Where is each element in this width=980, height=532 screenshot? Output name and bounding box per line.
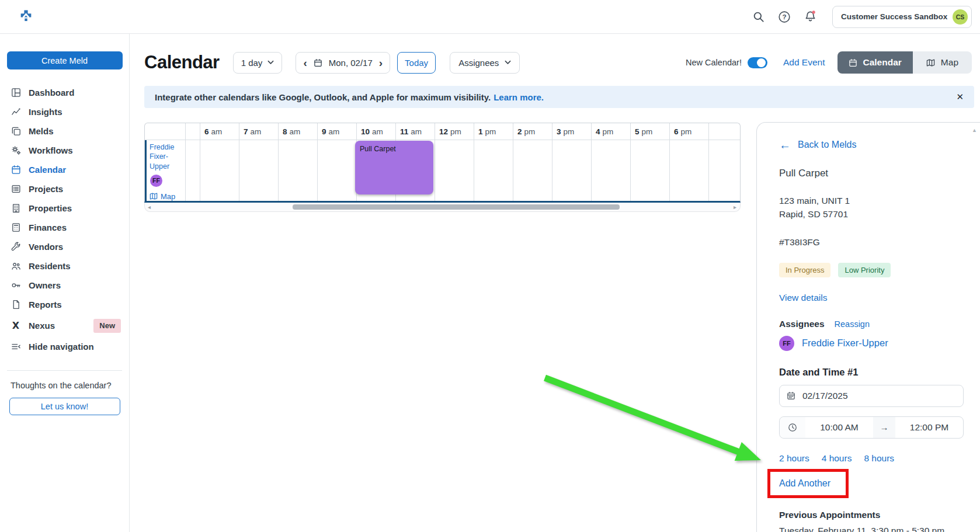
assignee-name-link[interactable]: Freddie Fixer-Upper — [802, 338, 888, 349]
hour-header-cell: 8am — [278, 123, 317, 140]
datetime-heading: Date and Time #1 — [779, 367, 964, 378]
topbar-actions: ? Customer Success Sandbox CS — [752, 6, 972, 28]
sidebar-item-label: Finances — [29, 222, 67, 233]
scroll-right-arrow-icon[interactable]: ▸ — [734, 203, 736, 211]
svg-text:?: ? — [782, 13, 786, 20]
sidebar-item-melds[interactable]: Melds — [0, 121, 129, 141]
next-day-button[interactable]: › — [379, 57, 383, 68]
chevron-down-icon — [267, 60, 274, 65]
sidebar-item-calendar[interactable]: Calendar — [0, 160, 129, 179]
sidebar-item-owners[interactable]: Owners — [0, 276, 129, 295]
time-slot-cell[interactable] — [552, 140, 591, 201]
scroll-left-arrow-icon[interactable]: ◂ — [148, 203, 151, 211]
sidebar-item-label: Workflows — [29, 145, 73, 156]
property-meld-logo-icon[interactable] — [19, 9, 33, 24]
time-slot-cell[interactable] — [669, 140, 708, 201]
sidebar-item-hide-navigation[interactable]: Hide navigation — [0, 337, 129, 356]
sidebar-item-label: Projects — [29, 184, 63, 194]
account-menu[interactable]: Customer Success Sandbox CS — [832, 6, 972, 28]
let-us-know-button[interactable]: Let us know! — [9, 398, 120, 415]
meld-detail-panel: ▲ ← Back to Melds Pull Carpet 123 main, … — [756, 122, 980, 532]
sidebar-item-projects[interactable]: Projects — [0, 179, 129, 199]
add-event-link[interactable]: Add Event — [783, 57, 825, 68]
sidebar-item-finances[interactable]: Finances — [0, 218, 129, 237]
duration-link-8-hours[interactable]: 8 hours — [864, 453, 894, 464]
time-slot-cell[interactable] — [474, 140, 513, 201]
hour-header-cell: 3pm — [552, 123, 591, 140]
new-calendar-toggle[interactable] — [748, 57, 767, 68]
calendar-icon — [11, 165, 21, 175]
time-slot-cell[interactable] — [435, 140, 474, 201]
sidebar-divider — [7, 370, 122, 371]
calendar-header: Calendar 1 day ‹ Mon, 02/17 › Today Assi… — [144, 51, 972, 74]
sidebar-item-label: Residents — [29, 261, 71, 272]
add-another-link[interactable]: Add Another — [779, 478, 830, 488]
grid-spacer-cell — [185, 123, 200, 140]
assignee-avatar: FF — [150, 175, 162, 187]
time-slot-cell[interactable] — [630, 140, 669, 201]
sidebar-item-residents[interactable]: Residents — [0, 256, 129, 276]
scrollbar-thumb[interactable] — [293, 204, 620, 210]
date-input[interactable]: 02/17/2025 — [779, 385, 964, 407]
close-icon[interactable]: ✕ — [956, 92, 964, 102]
view-toggle-map[interactable]: Map — [913, 51, 972, 74]
back-to-melds-link[interactable]: ← Back to Melds — [779, 139, 964, 151]
sidebar-item-vendors[interactable]: Vendors — [0, 237, 129, 256]
sidebar-item-label: Vendors — [29, 242, 63, 252]
priority-badge: Low Priority — [838, 263, 891, 277]
sidebar-item-properties[interactable]: Properties — [0, 199, 129, 218]
grid-body-row: Freddie Fixer-Upper FF Map Pull Carpet — [145, 140, 740, 201]
today-button[interactable]: Today — [397, 52, 436, 74]
time-slot-cell[interactable] — [200, 140, 239, 201]
time-slot-cell[interactable] — [278, 140, 317, 201]
sidebar-item-reports[interactable]: Reports — [0, 295, 129, 314]
calendar-event[interactable]: Pull Carpet — [355, 141, 433, 194]
range-selector-dropdown[interactable]: 1 day — [233, 52, 283, 74]
dashboard-icon — [11, 88, 21, 98]
create-meld-button[interactable]: Create Meld — [7, 51, 123, 69]
learn-more-link[interactable]: Learn more. — [494, 92, 544, 102]
grid-corner-cell — [145, 123, 185, 140]
annotation-red-box: Add Another — [767, 469, 849, 498]
projects-icon — [11, 184, 21, 194]
sidebar-item-dashboard[interactable]: Dashboard — [0, 83, 129, 102]
sidebar-item-workflows[interactable]: Workflows — [0, 141, 129, 160]
sidebar-nav: DashboardInsightsMeldsWorkflowsCalendarP… — [0, 83, 129, 356]
sidebar-item-label: Melds — [29, 126, 54, 137]
sidebar-item-label: Dashboard — [29, 88, 74, 98]
time-slot-cell[interactable] — [591, 140, 630, 201]
time-slot-cell[interactable] — [708, 140, 741, 201]
back-arrow-icon: ← — [779, 139, 791, 151]
help-icon[interactable]: ? — [778, 11, 791, 23]
clock-icon — [780, 417, 805, 438]
panel-scroll-up-icon[interactable]: ▲ — [972, 127, 977, 133]
grid-assignee-name[interactable]: Freddie Fixer-Upper — [150, 142, 183, 171]
grid-map-link[interactable]: Map — [150, 192, 183, 201]
reassign-link[interactable]: Reassign — [835, 319, 870, 329]
view-details-link[interactable]: View details — [779, 293, 964, 303]
sidebar-item-nexus[interactable]: XNexusNew — [0, 314, 129, 337]
search-icon[interactable] — [752, 11, 765, 23]
meld-badges: In Progress Low Priority — [779, 263, 964, 277]
time-slot-cell[interactable] — [317, 140, 356, 201]
prev-day-button[interactable]: ‹ — [303, 57, 307, 68]
start-time-value[interactable]: 10:00 AM — [805, 422, 873, 433]
sidebar-item-label: Hide navigation — [29, 342, 94, 352]
date-label[interactable]: Mon, 02/17 — [329, 58, 373, 68]
duration-link-2-hours[interactable]: 2 hours — [779, 453, 809, 464]
end-time-value[interactable]: 12:00 PM — [895, 422, 963, 433]
time-slot-cell[interactable] — [513, 140, 552, 201]
sidebar: Create Meld DashboardInsightsMeldsWorkfl… — [0, 33, 130, 532]
finances-icon — [11, 222, 21, 233]
assignees-filter-dropdown[interactable]: Assignees — [450, 52, 520, 74]
duration-link-4-hours[interactable]: 4 hours — [822, 453, 852, 464]
time-range-input[interactable]: 10:00 AM → 12:00 PM — [779, 416, 964, 439]
view-toggle-calendar[interactable]: Calendar — [837, 51, 913, 74]
insights-icon — [11, 107, 21, 117]
time-slot-cell[interactable] — [239, 140, 278, 201]
arrow-right-icon: → — [873, 417, 895, 438]
notifications-bell-icon[interactable] — [804, 10, 817, 23]
sidebar-item-insights[interactable]: Insights — [0, 102, 129, 121]
horizontal-scrollbar[interactable]: ◂ ▸ — [144, 203, 741, 212]
calendar-icon — [314, 58, 322, 67]
